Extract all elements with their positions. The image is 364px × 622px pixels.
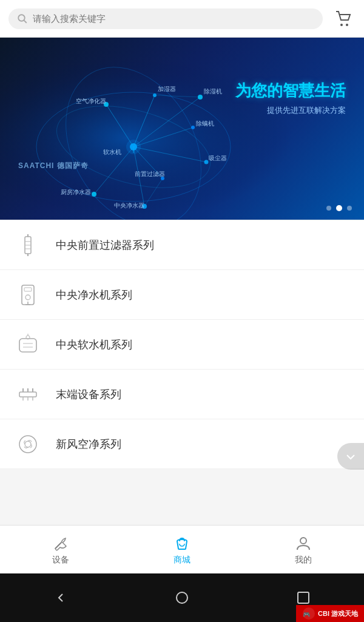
category-label-2: 中央净水机系列 bbox=[56, 288, 132, 302]
air-icon bbox=[12, 428, 44, 460]
svg-rect-45 bbox=[24, 288, 32, 291]
banner-dots bbox=[326, 205, 352, 211]
water-purifier-icon bbox=[12, 279, 44, 311]
svg-line-63 bbox=[58, 544, 59, 546]
bag-icon bbox=[173, 534, 191, 552]
svg-rect-4 bbox=[0, 38, 364, 220]
filter-icon bbox=[12, 229, 44, 261]
cart-icon[interactable] bbox=[331, 7, 356, 31]
nav-profile-label: 我的 bbox=[295, 555, 312, 566]
category-item-3[interactable]: 中央软水机系列 bbox=[0, 320, 364, 370]
svg-point-2 bbox=[340, 24, 343, 26]
nav-shop-label: 商城 bbox=[174, 555, 190, 566]
home-button[interactable] bbox=[171, 587, 193, 609]
svg-text:除螨机: 除螨机 bbox=[196, 120, 214, 127]
svg-text:除湿机: 除湿机 bbox=[204, 88, 222, 95]
category-item-1[interactable]: 中央前置过滤器系列 bbox=[0, 220, 364, 270]
nav-item-shop[interactable]: 商城 bbox=[121, 526, 243, 573]
svg-point-27 bbox=[92, 192, 96, 197]
bottom-nav: 设备 商城 我的 bbox=[0, 525, 364, 573]
category-item-5[interactable]: 新风空净系列 bbox=[0, 419, 364, 469]
sys-nav: 🎮 CBI 游戏天地 bbox=[0, 573, 364, 622]
svg-text:中央净水器: 中央净水器 bbox=[114, 202, 144, 209]
nav-item-profile[interactable]: 我的 bbox=[243, 526, 364, 573]
category-list: 中央前置过滤器系列 中央净水机系列 bbox=[0, 220, 364, 469]
category-item-4[interactable]: 末端设备系列 bbox=[0, 370, 364, 419]
category-label-3: 中央软水机系列 bbox=[56, 337, 132, 352]
svg-text:软水机: 软水机 bbox=[103, 149, 121, 155]
svg-point-25 bbox=[204, 160, 209, 164]
svg-point-46 bbox=[25, 295, 30, 300]
search-input-wrap[interactable] bbox=[8, 8, 323, 29]
svg-point-65 bbox=[177, 592, 187, 603]
nav-device-label: 设备 bbox=[52, 555, 69, 566]
category-label-5: 新风空净系列 bbox=[56, 437, 121, 451]
back-button[interactable] bbox=[50, 587, 72, 609]
search-bar bbox=[0, 0, 364, 38]
svg-rect-66 bbox=[298, 592, 309, 603]
svg-point-22 bbox=[153, 93, 157, 97]
svg-text:加湿器: 加湿器 bbox=[158, 86, 176, 92]
dot-3[interactable] bbox=[347, 206, 352, 211]
banner-text: 为您的智慧生活 提供先进互联解决方案 bbox=[235, 80, 346, 116]
dot-2[interactable] bbox=[336, 205, 342, 211]
soft-water-icon bbox=[12, 329, 44, 360]
scroll-button[interactable] bbox=[337, 443, 364, 470]
svg-point-64 bbox=[300, 538, 306, 544]
svg-rect-54 bbox=[19, 392, 36, 397]
svg-point-3 bbox=[346, 24, 348, 26]
svg-point-62 bbox=[25, 441, 31, 447]
nav-item-device[interactable]: 设备 bbox=[0, 526, 121, 573]
banner-subtitle: 提供先进互联解决方案 bbox=[235, 105, 346, 116]
svg-text:🎮: 🎮 bbox=[303, 610, 311, 618]
cbi-logo-icon: 🎮 bbox=[302, 607, 315, 620]
wrench-icon bbox=[52, 534, 70, 552]
svg-rect-49 bbox=[19, 339, 36, 352]
watermark: 🎮 CBI 游戏天地 bbox=[296, 605, 364, 622]
search-input[interactable] bbox=[33, 13, 314, 24]
svg-text:吸尘器: 吸尘器 bbox=[209, 155, 227, 161]
banner: 空气净化器 加湿器 除湿机 除螨机 软水机 吸尘器 前置过滤器 厨房净水器 中央… bbox=[0, 38, 364, 220]
svg-point-24 bbox=[191, 126, 195, 129]
svg-text:空气净化器: 空气净化器 bbox=[76, 98, 106, 104]
banner-logo: SAATCHI 德国萨奇 bbox=[18, 161, 89, 171]
category-label-4: 末端设备系列 bbox=[56, 387, 121, 402]
terminal-icon bbox=[12, 379, 44, 410]
svg-text:厨房净水器: 厨房净水器 bbox=[61, 189, 91, 195]
dot-1[interactable] bbox=[326, 206, 331, 211]
svg-text:前置过滤器: 前置过滤器 bbox=[135, 171, 165, 177]
category-label-1: 中央前置过滤器系列 bbox=[56, 238, 154, 252]
svg-point-61 bbox=[19, 436, 36, 453]
category-item-2[interactable]: 中央净水机系列 bbox=[0, 270, 364, 320]
banner-network-svg: 空气净化器 加湿器 除湿机 除螨机 软水机 吸尘器 前置过滤器 厨房净水器 中央… bbox=[0, 38, 364, 220]
person-icon bbox=[294, 534, 312, 552]
search-icon bbox=[17, 13, 28, 24]
svg-point-23 bbox=[198, 95, 203, 100]
banner-title: 为您的智慧生活 bbox=[235, 80, 346, 101]
watermark-text: CBI 游戏天地 bbox=[318, 609, 358, 618]
svg-line-1 bbox=[24, 20, 27, 22]
svg-point-0 bbox=[18, 15, 25, 21]
svg-point-20 bbox=[126, 140, 141, 154]
